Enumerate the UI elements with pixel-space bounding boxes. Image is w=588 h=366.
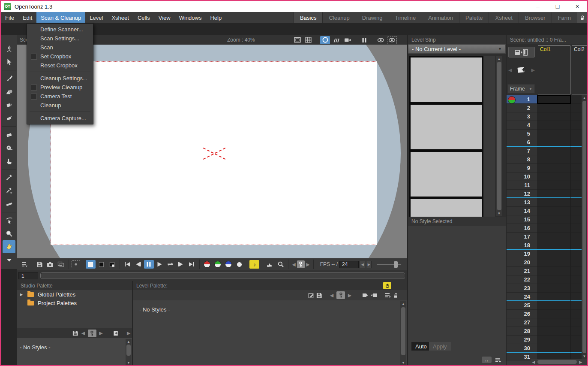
cell-col1[interactable]: [537, 104, 571, 112]
minimize-button[interactable]: –: [528, 1, 548, 12]
cell-col1[interactable]: [537, 310, 571, 318]
red-channel-icon[interactable]: [202, 260, 212, 269]
save-palette-icon[interactable]: [72, 330, 78, 336]
xsheet-frame-row[interactable]: 15: [507, 215, 582, 224]
cell-col2[interactable]: [571, 155, 582, 164]
cell-col2[interactable]: [571, 190, 582, 198]
frame-number-cell[interactable]: 29: [507, 336, 537, 344]
scrollbar[interactable]: ▲ ▼: [126, 339, 132, 365]
finger-tool[interactable]: [3, 154, 15, 167]
room-tab[interactable]: Timeline: [389, 12, 422, 23]
3d-view-icon[interactable]: [331, 36, 341, 44]
room-tab[interactable]: Browser: [519, 12, 552, 23]
options-menu-icon[interactable]: [495, 357, 501, 363]
cell-col1[interactable]: [537, 250, 571, 258]
room-tab[interactable]: Palette: [459, 12, 489, 23]
cell-col1[interactable]: [537, 198, 571, 207]
frame-number-cell[interactable]: 18: [507, 241, 537, 250]
frame-number-cell[interactable]: 30: [507, 344, 537, 353]
frame-number-cell[interactable]: 14: [507, 207, 537, 215]
cell-col1[interactable]: [537, 284, 571, 293]
room-tab[interactable]: Xsheet: [489, 12, 518, 23]
level-strip-frames[interactable]: ▲ ▼: [408, 54, 506, 217]
black-background-icon[interactable]: [96, 260, 106, 269]
xsheet-vertical-scrollbar[interactable]: ▲ ▼: [582, 95, 587, 359]
frame-number-cell[interactable]: 8: [507, 155, 537, 164]
menu-row[interactable]: Cleanup: [27, 101, 93, 110]
new-page-icon[interactable]: [113, 330, 120, 336]
frame-number-cell[interactable]: 23: [507, 284, 537, 293]
xsheet-horizontal-scrollbar[interactable]: ◀ ▶: [531, 359, 587, 365]
cell-col1[interactable]: [537, 344, 571, 353]
frame-number-cell[interactable]: 9: [507, 164, 537, 172]
cell-col2[interactable]: [571, 121, 582, 130]
room-tab[interactable]: Drawing: [356, 12, 389, 23]
cell-col2[interactable]: [571, 95, 582, 104]
animate-tool[interactable]: [3, 42, 15, 55]
frame-thumbnail[interactable]: [411, 105, 482, 149]
xsheet-frame-row[interactable]: 22: [507, 275, 582, 284]
xsheet-frame-row[interactable]: 5: [507, 130, 582, 138]
xsheet-frame-row[interactable]: 9: [507, 164, 582, 172]
xsheet-frame-row[interactable]: 3: [507, 112, 582, 121]
toggle-xsheet-orientation-button[interactable]: [508, 47, 535, 57]
white-background-icon[interactable]: [86, 260, 96, 269]
frame-range-slider[interactable]: [40, 272, 405, 279]
cell-col1[interactable]: [537, 181, 571, 190]
fps-field[interactable]: 24: [339, 261, 359, 268]
cell-col1[interactable]: [537, 190, 571, 198]
cell-col2[interactable]: [571, 293, 582, 301]
frame-number-cell[interactable]: 28: [507, 327, 537, 336]
frame-thumbnail-column[interactable]: [409, 56, 483, 217]
menu-row[interactable]: Cleanup Settings...: [27, 74, 93, 83]
menu-row[interactable]: Camera Capture...: [27, 114, 93, 123]
menu-row[interactable]: Scan: [27, 43, 93, 52]
palette-folder-row[interactable]: ▶ Global Palettes: [17, 290, 132, 299]
cell-col1[interactable]: [537, 233, 571, 241]
studio-palette-content[interactable]: - No Styles - ▲ ▼: [17, 338, 132, 366]
cell-col1[interactable]: [537, 293, 571, 301]
cell-col2[interactable]: [571, 336, 582, 344]
column-header-col2[interactable]: Col2: [572, 45, 587, 94]
cell-col2[interactable]: [571, 310, 582, 318]
cell-col1[interactable]: [537, 121, 571, 130]
define-sub-camera-icon[interactable]: [72, 260, 80, 268]
geometric-tool[interactable]: [3, 85, 15, 98]
cell-col1[interactable]: [537, 138, 571, 147]
compare-icon[interactable]: [56, 260, 66, 269]
auto-apply-button[interactable]: Auto: [411, 342, 431, 351]
scroll-up-icon[interactable]: ▲: [400, 301, 406, 306]
menu-item[interactable]: Scan & Cleanup: [36, 12, 85, 23]
sound-icon[interactable]: ♪: [249, 260, 259, 269]
xsheet-frame-row[interactable]: 24: [507, 293, 582, 301]
options-menu-icon[interactable]: [384, 292, 391, 298]
fps-slider-handle[interactable]: [394, 261, 398, 268]
frame-number-cell[interactable]: 25: [507, 301, 537, 310]
cell-col1[interactable]: [537, 301, 571, 310]
level-strip-header[interactable]: Level Strip: [408, 35, 506, 44]
frame-number-cell[interactable]: 11: [507, 181, 537, 190]
xsheet-frame-row[interactable]: 29: [507, 336, 582, 344]
cell-col1[interactable]: [537, 172, 571, 181]
cell-col2[interactable]: [571, 224, 582, 233]
palette-folder-row[interactable]: ▶ Project Palettes: [17, 299, 132, 307]
fps-slider[interactable]: [377, 264, 401, 265]
cell-col2[interactable]: [571, 147, 582, 155]
cell-col1[interactable]: [537, 241, 571, 250]
cell-col2[interactable]: [571, 344, 582, 353]
xsheet-frame-row[interactable]: 7: [507, 147, 582, 155]
menu-item[interactable]: View: [154, 12, 175, 23]
cell-col2[interactable]: [571, 318, 582, 327]
frame-number-cell[interactable]: 24: [507, 293, 537, 301]
scroll-down-icon[interactable]: ▼: [400, 360, 406, 365]
previous-key-icon[interactable]: ◀: [80, 330, 87, 336]
xsheet-frame-row[interactable]: 30: [507, 344, 582, 353]
xsheet-frame-row[interactable]: 26: [507, 310, 582, 318]
key-icon[interactable]: [297, 260, 305, 268]
scroll-right-icon[interactable]: ▶: [578, 360, 584, 364]
next-frame-icon[interactable]: [176, 260, 186, 269]
scroll-down-icon[interactable]: ▼: [582, 354, 587, 359]
cell-col2[interactable]: [571, 181, 582, 190]
menu-icon[interactable]: [19, 260, 29, 269]
lock-rooms-button[interactable]: [577, 12, 587, 23]
